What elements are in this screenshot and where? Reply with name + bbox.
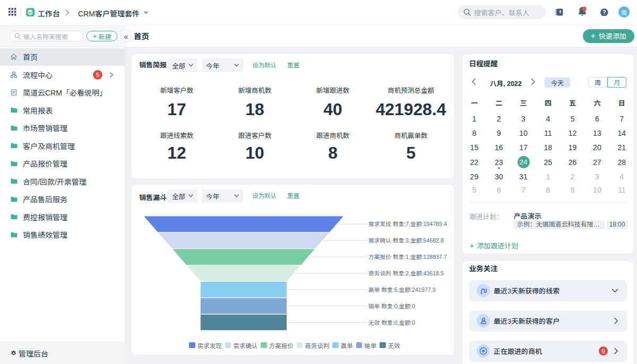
svg-text:商务谈判 数量:2,金额:43618.5: 商务谈判 数量:2,金额:43618.5 (368, 270, 444, 276)
svg-text:方案报价 数量:1,金额:128837.7: 方案报价 数量:1,金额:128837.7 (368, 254, 447, 260)
svg-text:?: ? (602, 9, 606, 15)
svg-text:无效 数量:0,金额:0: 无效 数量:0,金额:0 (368, 319, 415, 325)
svg-text:赢单 数量:5,金额:241977.3: 赢单 数量:5,金额:241977.3 (368, 286, 436, 292)
svg-text:输单 数量:0,金额:0: 输单 数量:0,金额:0 (368, 302, 415, 309)
svg-text:需求发现 数量:7,金额:194789.4: 需求发现 数量:7,金额:194789.4 (368, 221, 447, 227)
svg-text:需求确认 数量:3,金额:54682.8: 需求确认 数量:3,金额:54682.8 (368, 237, 444, 244)
